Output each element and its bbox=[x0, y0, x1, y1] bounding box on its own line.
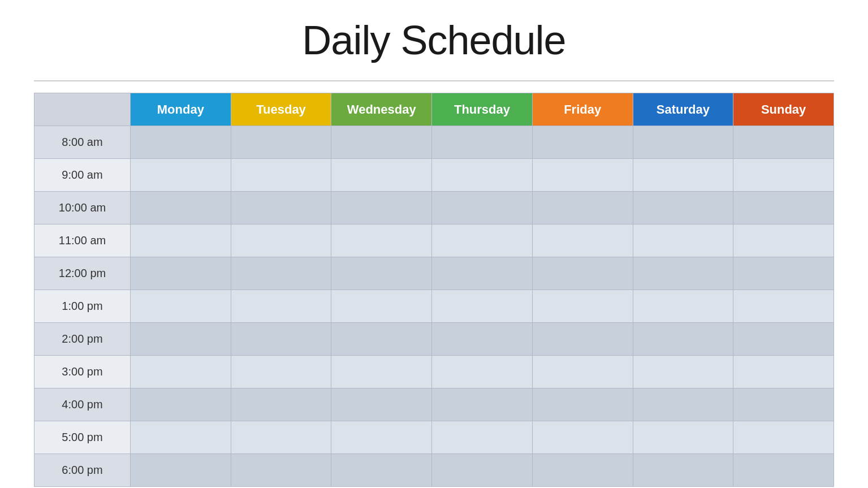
schedule-cell[interactable] bbox=[633, 421, 733, 454]
schedule-cell[interactable] bbox=[432, 356, 533, 388]
schedule-cell[interactable] bbox=[432, 192, 533, 224]
schedule-cell[interactable] bbox=[131, 454, 231, 487]
schedule-cell[interactable] bbox=[733, 192, 834, 224]
table-row[interactable]: 6:00 pm bbox=[34, 454, 834, 487]
time-cell: 6:00 pm bbox=[34, 454, 131, 487]
table-row[interactable]: 10:00 am bbox=[34, 192, 834, 224]
schedule-cell[interactable] bbox=[131, 290, 231, 323]
schedule-cell[interactable] bbox=[432, 290, 533, 323]
schedule-cell[interactable] bbox=[532, 388, 633, 421]
schedule-cell[interactable] bbox=[633, 224, 733, 257]
schedule-cell[interactable] bbox=[733, 126, 834, 159]
schedule-cell[interactable] bbox=[733, 257, 834, 290]
schedule-cell[interactable] bbox=[432, 454, 533, 487]
schedule-cell[interactable] bbox=[432, 224, 533, 257]
schedule-table: Monday Tuesday Wednesday Thursday Friday… bbox=[34, 93, 834, 487]
schedule-cell[interactable] bbox=[633, 356, 733, 388]
schedule-cell[interactable] bbox=[432, 388, 533, 421]
schedule-cell[interactable] bbox=[331, 454, 432, 487]
schedule-cell[interactable] bbox=[633, 323, 733, 356]
schedule-cell[interactable] bbox=[231, 159, 331, 192]
table-row[interactable]: 2:00 pm bbox=[34, 323, 834, 356]
schedule-cell[interactable] bbox=[532, 290, 633, 323]
schedule-cell[interactable] bbox=[231, 454, 331, 487]
header-tuesday: Tuesday bbox=[231, 93, 331, 126]
time-cell: 12:00 pm bbox=[34, 257, 131, 290]
schedule-cell[interactable] bbox=[131, 192, 231, 224]
schedule-cell[interactable] bbox=[331, 126, 432, 159]
schedule-cell[interactable] bbox=[733, 421, 834, 454]
schedule-cell[interactable] bbox=[131, 159, 231, 192]
schedule-cell[interactable] bbox=[432, 257, 533, 290]
schedule-cell[interactable] bbox=[131, 257, 231, 290]
table-row[interactable]: 4:00 pm bbox=[34, 388, 834, 421]
schedule-cell[interactable] bbox=[733, 388, 834, 421]
schedule-cell[interactable] bbox=[231, 421, 331, 454]
schedule-cell[interactable] bbox=[231, 356, 331, 388]
table-row[interactable]: 1:00 pm bbox=[34, 290, 834, 323]
time-cell: 9:00 am bbox=[34, 159, 131, 192]
table-row[interactable]: 5:00 pm bbox=[34, 421, 834, 454]
time-cell: 3:00 pm bbox=[34, 356, 131, 388]
schedule-cell[interactable] bbox=[532, 159, 633, 192]
schedule-cell[interactable] bbox=[231, 224, 331, 257]
schedule-cell[interactable] bbox=[432, 421, 533, 454]
schedule-cell[interactable] bbox=[231, 323, 331, 356]
schedule-cell[interactable] bbox=[733, 159, 834, 192]
schedule-cell[interactable] bbox=[532, 454, 633, 487]
schedule-cell[interactable] bbox=[733, 356, 834, 388]
table-row[interactable]: 3:00 pm bbox=[34, 356, 834, 388]
schedule-cell[interactable] bbox=[432, 126, 533, 159]
divider bbox=[34, 80, 834, 81]
schedule-cell[interactable] bbox=[432, 323, 533, 356]
schedule-cell[interactable] bbox=[532, 356, 633, 388]
schedule-cell[interactable] bbox=[131, 323, 231, 356]
table-row[interactable]: 9:00 am bbox=[34, 159, 834, 192]
header-monday: Monday bbox=[131, 93, 231, 126]
schedule-cell[interactable] bbox=[331, 192, 432, 224]
schedule-cell[interactable] bbox=[131, 388, 231, 421]
schedule-cell[interactable] bbox=[231, 388, 331, 421]
schedule-cell[interactable] bbox=[231, 290, 331, 323]
schedule-cell[interactable] bbox=[131, 421, 231, 454]
schedule-cell[interactable] bbox=[231, 257, 331, 290]
schedule-cell[interactable] bbox=[331, 388, 432, 421]
schedule-cell[interactable] bbox=[331, 159, 432, 192]
schedule-cell[interactable] bbox=[532, 224, 633, 257]
schedule-cell[interactable] bbox=[633, 388, 733, 421]
header-friday: Friday bbox=[532, 93, 633, 126]
schedule-cell[interactable] bbox=[532, 257, 633, 290]
schedule-cell[interactable] bbox=[131, 126, 231, 159]
schedule-cell[interactable] bbox=[633, 454, 733, 487]
schedule-cell[interactable] bbox=[331, 224, 432, 257]
schedule-cell[interactable] bbox=[331, 323, 432, 356]
schedule-cell[interactable] bbox=[532, 421, 633, 454]
table-row[interactable]: 12:00 pm bbox=[34, 257, 834, 290]
schedule-cell[interactable] bbox=[331, 257, 432, 290]
schedule-cell[interactable] bbox=[532, 192, 633, 224]
schedule-cell[interactable] bbox=[633, 192, 733, 224]
schedule-cell[interactable] bbox=[733, 290, 834, 323]
schedule-cell[interactable] bbox=[733, 454, 834, 487]
schedule-cell[interactable] bbox=[633, 290, 733, 323]
schedule-cell[interactable] bbox=[131, 224, 231, 257]
schedule-cell[interactable] bbox=[131, 356, 231, 388]
table-row[interactable]: 11:00 am bbox=[34, 224, 834, 257]
schedule-cell[interactable] bbox=[633, 159, 733, 192]
schedule-cell[interactable] bbox=[532, 323, 633, 356]
page-title: Daily Schedule bbox=[302, 17, 565, 63]
schedule-cell[interactable] bbox=[231, 126, 331, 159]
schedule-cell[interactable] bbox=[733, 323, 834, 356]
schedule-cell[interactable] bbox=[331, 356, 432, 388]
table-row[interactable]: 8:00 am bbox=[34, 126, 834, 159]
schedule-cell[interactable] bbox=[733, 224, 834, 257]
schedule-cell[interactable] bbox=[331, 421, 432, 454]
schedule-cell[interactable] bbox=[633, 257, 733, 290]
schedule-cell[interactable] bbox=[633, 126, 733, 159]
schedule-cell[interactable] bbox=[331, 290, 432, 323]
schedule-cell[interactable] bbox=[231, 192, 331, 224]
time-cell: 4:00 pm bbox=[34, 388, 131, 421]
time-cell: 11:00 am bbox=[34, 224, 131, 257]
schedule-cell[interactable] bbox=[432, 159, 533, 192]
schedule-cell[interactable] bbox=[532, 126, 633, 159]
